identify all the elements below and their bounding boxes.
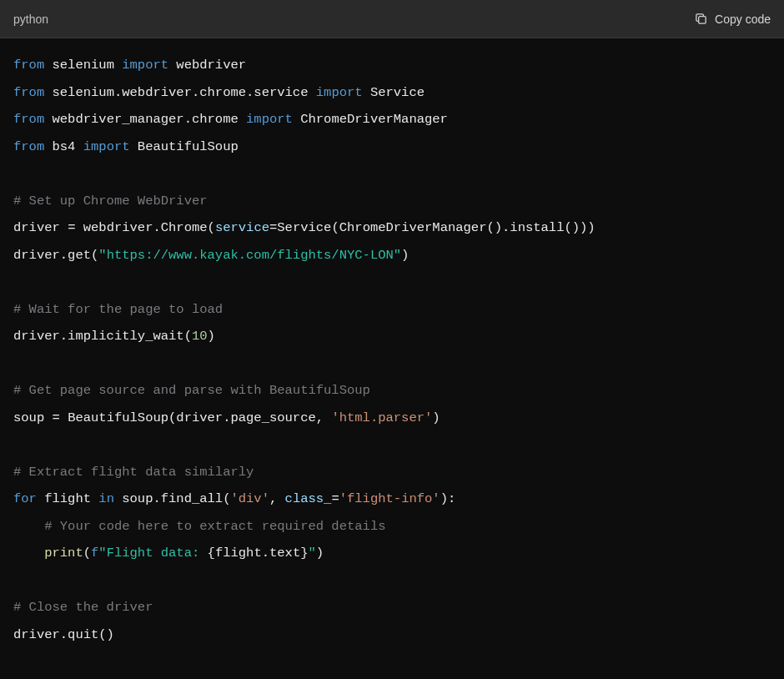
code-token: driver.get( <box>13 248 98 263</box>
code-token: import <box>246 112 293 127</box>
code-token: from <box>13 58 44 73</box>
code-token: Service(ChromeDriverManager().install())… <box>277 220 595 235</box>
code-token: ) <box>208 329 215 344</box>
copy-icon <box>694 12 708 26</box>
code-line: driver.implicitly_wait(10) <box>13 323 771 350</box>
code-token: 'flight-info' <box>339 491 440 506</box>
code-token: class_ <box>285 491 332 506</box>
code-token: # Wait for the page to load <box>13 302 223 317</box>
code-token: flight <box>37 491 98 506</box>
code-line: # Close the driver <box>13 594 771 621</box>
code-token: from <box>13 85 44 100</box>
code-token: ) <box>401 248 409 263</box>
code-token: ): <box>440 491 456 506</box>
code-line: from selenium.webdriver.chrome.service i… <box>13 79 771 107</box>
code-token: # Set up Chrome WebDriver <box>13 194 208 209</box>
code-token: ) <box>316 546 324 561</box>
code-token: = <box>331 491 339 506</box>
code-token: # Your code here to extract required det… <box>44 519 385 534</box>
code-line <box>13 431 771 459</box>
code-token: BeautifulSoup(driver.page_source, <box>60 410 332 425</box>
code-line: # Extract flight data similarly <box>13 459 771 486</box>
code-line: # Your code here to extract required det… <box>13 513 771 541</box>
code-line: driver.quit() <box>13 621 771 649</box>
code-line: soup = BeautifulSoup(driver.page_source,… <box>13 405 771 432</box>
code-token: in <box>98 491 114 506</box>
code-token: soup <box>13 410 53 425</box>
code-token: service <box>215 220 269 235</box>
copy-code-button[interactable]: Copy code <box>694 12 771 26</box>
code-line: # Set up Chrome WebDriver <box>13 188 771 215</box>
code-line: # Get page source and parse with Beautif… <box>13 377 771 405</box>
code-token: selenium <box>44 58 122 73</box>
code-token: "https://www.kayak.com/flights/NYC-LON" <box>98 248 401 263</box>
code-token: webdriver <box>168 58 246 73</box>
code-token: print <box>44 546 83 561</box>
code-token: import <box>122 58 168 73</box>
code-token: ( <box>83 546 91 561</box>
code-line <box>13 567 771 595</box>
code-token: BeautifulSoup <box>130 139 239 154</box>
code-line: print(f"Flight data: {flight.text}") <box>13 540 771 567</box>
code-line: for flight in soup.find_all('div', class… <box>13 485 771 513</box>
code-token: driver.quit() <box>13 627 114 642</box>
svg-rect-0 <box>699 17 706 24</box>
code-line: driver = webdriver.Chrome(service=Servic… <box>13 214 771 242</box>
code-line: from bs4 import BeautifulSoup <box>13 133 771 161</box>
code-token: , <box>269 491 285 506</box>
code-token: import <box>316 85 363 100</box>
code-token: from <box>13 139 44 154</box>
code-token: ChromeDriverManager <box>293 112 448 127</box>
code-line <box>13 160 771 188</box>
code-token: # Close the driver <box>13 600 153 615</box>
copy-code-label: Copy code <box>715 13 771 26</box>
code-content: from selenium import webdriverfrom selen… <box>0 38 784 661</box>
code-token: 'div' <box>230 491 269 506</box>
code-token: soup.find_all( <box>114 491 231 506</box>
code-token: bs4 <box>44 139 83 154</box>
code-token: = <box>53 410 60 425</box>
code-token: # Get page source and parse with Beautif… <box>13 383 370 398</box>
code-line: from selenium import webdriver <box>13 52 771 79</box>
code-token: driver <box>13 220 68 235</box>
code-line <box>13 350 771 378</box>
code-token: selenium.webdriver.chrome.service <box>44 85 316 100</box>
code-line: # Wait for the page to load <box>13 296 771 324</box>
code-token: Service <box>363 85 425 100</box>
code-token: ) <box>432 410 440 425</box>
code-token <box>13 519 44 534</box>
language-label: python <box>13 13 48 26</box>
code-line: driver.get("https://www.kayak.com/flight… <box>13 242 771 269</box>
code-token: " <box>309 546 316 561</box>
code-token: 10 <box>192 329 208 344</box>
code-line <box>13 269 771 296</box>
code-token: f <box>91 546 98 561</box>
code-token: driver.implicitly_wait( <box>13 329 192 344</box>
code-block-header: python Copy code <box>0 0 784 38</box>
code-token: = <box>269 220 277 235</box>
code-token: "Flight data: <box>98 546 207 561</box>
code-token: webdriver_manager.chrome <box>44 112 246 127</box>
code-token <box>13 546 44 561</box>
code-line: from webdriver_manager.chrome import Chr… <box>13 106 771 133</box>
code-token: import <box>83 139 130 154</box>
code-token: 'html.parser' <box>331 410 432 425</box>
code-token: from <box>13 112 44 127</box>
code-token: {flight.text} <box>208 546 309 561</box>
code-token: webdriver.Chrome( <box>75 220 214 235</box>
code-token: for <box>13 491 37 506</box>
code-token: # Extract flight data similarly <box>13 465 254 480</box>
